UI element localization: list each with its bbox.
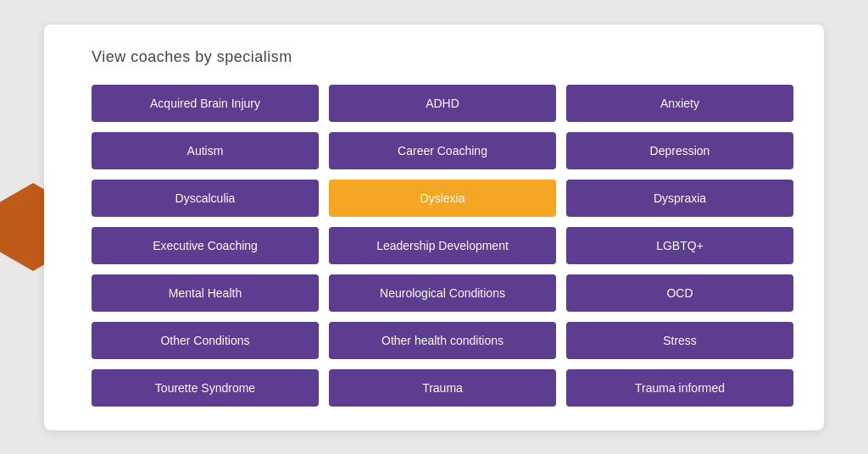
specialism-button-acquired-brain-injury[interactable]: Acquired Brain Injury <box>92 85 319 122</box>
specialism-button-dyspraxia[interactable]: Dyspraxia <box>566 180 793 217</box>
specialism-button-depression[interactable]: Depression <box>566 132 793 169</box>
specialism-button-mental-health[interactable]: Mental Health <box>92 274 319 312</box>
specialism-button-leadership-development[interactable]: Leadership Development <box>329 227 556 264</box>
specialism-button-career-coaching[interactable]: Career Coaching <box>329 132 556 169</box>
specialism-button-stress[interactable]: Stress <box>566 322 793 359</box>
specialism-button-neurological-conditions[interactable]: Neurological Conditions <box>329 274 556 312</box>
specialism-button-dyslexia[interactable]: Dyslexia <box>329 180 556 217</box>
specialism-button-other-health-conditions[interactable]: Other health conditions <box>329 322 556 359</box>
specialism-button-executive-coaching[interactable]: Executive Coaching <box>92 227 319 264</box>
specialism-button-autism[interactable]: Autism <box>92 132 319 169</box>
specialism-button-ocd[interactable]: OCD <box>566 274 793 312</box>
specialism-button-tourette-syndrome[interactable]: Tourette Syndrome <box>92 369 319 407</box>
specialism-button-anxiety[interactable]: Anxiety <box>566 85 793 122</box>
specialism-card: View coaches by specialism Acquired Brai… <box>44 25 824 430</box>
specialism-button-lgbtq[interactable]: LGBTQ+ <box>566 227 793 264</box>
page-wrapper: View coaches by specialism Acquired Brai… <box>27 19 841 435</box>
specialism-button-adhd[interactable]: ADHD <box>329 85 556 122</box>
specialism-button-trauma-informed[interactable]: Trauma informed <box>566 369 793 407</box>
specialism-grid: Acquired Brain InjuryADHDAnxietyAutismCa… <box>92 85 793 407</box>
specialism-button-other-conditions[interactable]: Other Conditions <box>92 322 319 359</box>
specialism-button-trauma[interactable]: Trauma <box>329 369 556 407</box>
card-title: View coaches by specialism <box>92 48 793 66</box>
specialism-button-dyscalculia[interactable]: Dyscalculia <box>92 180 319 217</box>
